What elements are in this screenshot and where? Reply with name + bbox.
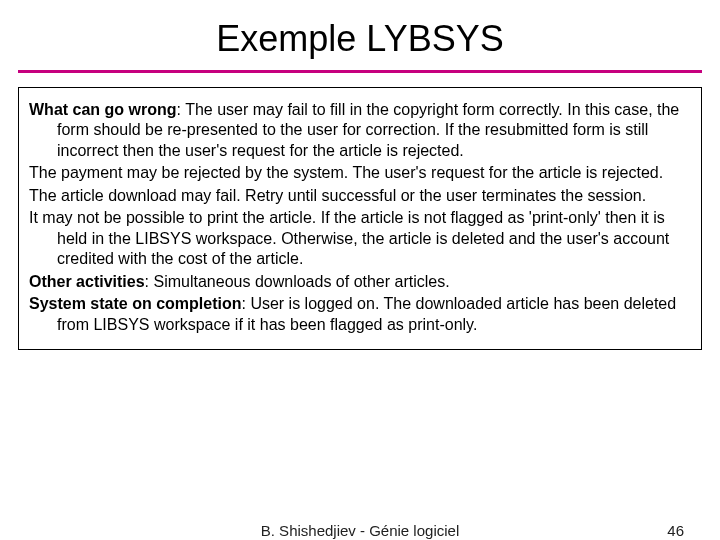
paragraph-text: : Simultaneous downloads of other articl… xyxy=(145,273,450,290)
lead-label: Other activities xyxy=(29,273,145,290)
paragraph-text: It may not be possible to print the arti… xyxy=(29,209,669,267)
paragraph: It may not be possible to print the arti… xyxy=(29,208,691,269)
paragraph-text: The article download may fail. Retry unt… xyxy=(29,187,646,204)
footer-author: B. Shishedjiev - Génie logiciel xyxy=(0,522,720,539)
lead-label: System state on completion xyxy=(29,295,242,312)
paragraph: The payment may be rejected by the syste… xyxy=(29,163,691,183)
paragraph: System state on completion: User is logg… xyxy=(29,294,691,335)
lead-label: What can go wrong xyxy=(29,101,177,118)
paragraph: What can go wrong: The user may fail to … xyxy=(29,100,691,161)
paragraph: The article download may fail. Retry unt… xyxy=(29,186,691,206)
paragraph-text: The payment may be rejected by the syste… xyxy=(29,164,663,181)
title-rule xyxy=(18,70,702,73)
footer-page-number: 46 xyxy=(667,522,684,539)
content-box: What can go wrong: The user may fail to … xyxy=(18,87,702,350)
paragraph: Other activities: Simultaneous downloads… xyxy=(29,272,691,292)
slide-title: Exemple LYBSYS xyxy=(0,0,720,70)
